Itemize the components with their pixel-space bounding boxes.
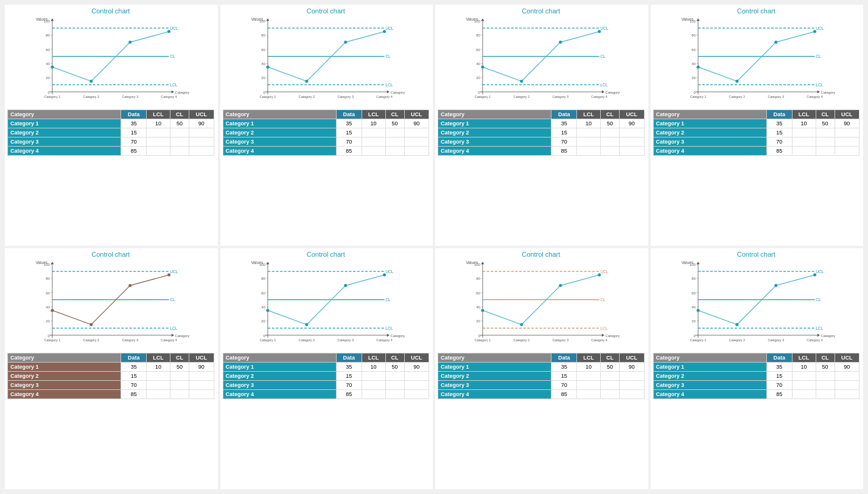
svg-point-28: [128, 41, 131, 44]
value-cell: [404, 372, 429, 381]
svg-text:Category: Category: [175, 91, 190, 94]
value-cell: 10: [792, 363, 816, 372]
svg-text:Category 2: Category 2: [729, 338, 744, 342]
svg-text:Category 1: Category 1: [475, 338, 491, 342]
svg-text:Category 3: Category 3: [768, 338, 783, 342]
table-row: Category 370: [653, 137, 859, 147]
value-cell: 50: [385, 119, 404, 128]
chart-svg: ValuesCategory020406080100UCLCLLCLCatego…: [223, 16, 430, 107]
value-cell: [404, 137, 429, 147]
svg-point-26: [89, 80, 93, 83]
chart-svg: ValuesCategory020406080100UCLCLLCLCatego…: [7, 16, 214, 107]
th-category: Category: [438, 353, 551, 363]
category-cell: Category 3: [8, 381, 121, 390]
value-cell: 50: [170, 363, 189, 372]
value-cell: [835, 137, 859, 147]
table-row: Category 370: [653, 381, 859, 390]
th-lcl: LCL: [362, 353, 385, 363]
svg-point-60: [344, 41, 347, 44]
svg-text:UCL: UCL: [170, 270, 178, 274]
svg-text:100: 100: [259, 263, 265, 266]
value-cell: 70: [551, 381, 577, 390]
th-ucl: UCL: [404, 353, 429, 363]
th-category: Category: [223, 110, 336, 119]
svg-text:Category 3: Category 3: [768, 95, 783, 99]
category-cell: Category 1: [653, 363, 766, 372]
chart-block-4: Control chartValuesCategory020406080100U…: [5, 248, 218, 489]
svg-marker-195: [602, 334, 604, 337]
value-cell: 85: [551, 147, 577, 156]
value-cell: 35: [336, 119, 362, 128]
svg-text:0: 0: [48, 334, 51, 338]
svg-point-254: [813, 273, 816, 276]
table-row: Category 135105090: [223, 119, 429, 128]
value-cell: 85: [336, 147, 362, 156]
th-category: Category: [653, 110, 766, 119]
table-area: CategoryDataLCLCLUCLCategory 135105090Ca…: [7, 110, 214, 156]
svg-point-94: [598, 30, 601, 33]
value-cell: [362, 147, 385, 156]
th-ucl: UCL: [404, 110, 429, 119]
svg-text:60: 60: [476, 291, 480, 295]
svg-point-248: [696, 309, 699, 312]
svg-text:LCL: LCL: [600, 326, 608, 330]
value-cell: 85: [766, 390, 792, 399]
value-cell: 70: [121, 381, 147, 390]
value-cell: [170, 372, 189, 381]
value-cell: [189, 390, 214, 399]
value-cell: 10: [792, 119, 816, 128]
category-cell: Category 2: [8, 128, 121, 137]
value-cell: 15: [766, 372, 792, 381]
svg-text:40: 40: [46, 62, 50, 66]
table-row: Category 370: [8, 381, 214, 390]
value-cell: [385, 147, 404, 156]
svg-text:80: 80: [261, 277, 265, 280]
value-cell: 10: [147, 119, 170, 128]
svg-text:Category 2: Category 2: [83, 338, 99, 342]
svg-text:0: 0: [478, 91, 481, 94]
svg-text:Category 4: Category 4: [807, 338, 822, 342]
svg-text:20: 20: [261, 319, 265, 323]
svg-point-122: [735, 80, 738, 83]
svg-point-92: [559, 41, 562, 44]
value-cell: [620, 137, 645, 147]
svg-text:Category: Category: [606, 334, 620, 338]
th-data: Data: [336, 110, 362, 119]
svg-text:Category 4: Category 4: [161, 95, 177, 99]
th-ucl: UCL: [835, 353, 859, 363]
th-data: Data: [121, 353, 147, 363]
value-cell: [385, 372, 404, 381]
svg-text:UCL: UCL: [816, 270, 824, 274]
category-cell: Category 2: [223, 128, 336, 137]
value-cell: 35: [336, 363, 362, 372]
value-cell: [620, 390, 645, 399]
svg-marker-67: [602, 91, 604, 94]
value-cell: 35: [121, 119, 147, 128]
svg-point-154: [89, 323, 93, 326]
svg-text:80: 80: [476, 277, 480, 280]
th-ucl: UCL: [620, 353, 645, 363]
svg-text:Category: Category: [606, 91, 620, 94]
svg-text:20: 20: [691, 76, 696, 80]
table-row: Category 215: [8, 128, 214, 137]
svg-text:UCL: UCL: [170, 26, 178, 30]
value-cell: 35: [551, 119, 577, 128]
svg-text:Category: Category: [390, 91, 405, 94]
value-cell: [577, 390, 601, 399]
value-cell: [189, 147, 214, 156]
value-cell: [577, 128, 601, 137]
value-cell: [170, 147, 189, 156]
svg-text:100: 100: [259, 19, 265, 23]
value-cell: [816, 128, 835, 137]
th-data: Data: [766, 353, 792, 363]
value-cell: 15: [336, 372, 362, 381]
svg-point-88: [481, 66, 484, 69]
svg-text:Category 3: Category 3: [122, 338, 138, 342]
value-cell: [577, 147, 601, 156]
chart-grid: Control chartValuesCategory020406080100U…: [0, 0, 868, 494]
svg-text:Category 4: Category 4: [591, 95, 607, 99]
table-row: Category 215: [438, 372, 645, 381]
chart-block-0: Control chartValuesCategory020406080100U…: [5, 5, 218, 246]
svg-point-62: [383, 30, 386, 33]
svg-text:CL: CL: [170, 54, 175, 58]
